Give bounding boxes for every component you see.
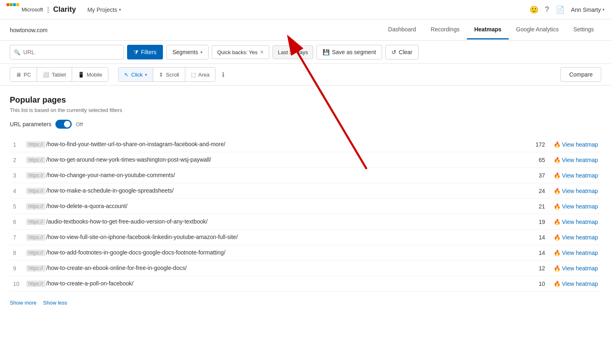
table-row: 6 https:///audio-textbooks-how-to-get-fr… — [10, 214, 601, 230]
scroll-icon: ⇕ — [159, 72, 163, 78]
emoji-icon[interactable]: 🙂 — [530, 5, 538, 14]
user-name-label: Ann Smarty — [571, 7, 601, 13]
heatmap-flame-icon: 🔥 — [554, 172, 560, 179]
my-projects-label: My Projects — [87, 7, 117, 13]
view-heatmap-link[interactable]: 🔥 View heatmap — [552, 203, 598, 210]
pipe-separator: | — [47, 5, 49, 14]
device-pc-button[interactable]: 🖥 PC — [10, 68, 37, 81]
row-count: 14 — [516, 230, 548, 245]
url-search-input[interactable] — [10, 45, 124, 59]
view-heatmap-link[interactable]: 🔥 View heatmap — [552, 172, 598, 179]
row-link[interactable]: 🔥 View heatmap — [548, 214, 601, 230]
view-heatmap-link[interactable]: 🔥 View heatmap — [552, 265, 598, 272]
row-url: https:///how-to-view-full-site-on-iphone… — [23, 230, 516, 245]
site-name: howtonow.com — [10, 27, 381, 33]
my-projects-menu[interactable]: My Projects ▾ — [87, 7, 121, 13]
row-number: 6 — [10, 214, 23, 230]
url-domain: https:// — [26, 265, 46, 272]
view-heatmap-link[interactable]: 🔥 View heatmap — [552, 141, 598, 148]
device-type-bar: 🖥 PC ⬜ Tablet 📱 Mobile ↖ Click ▾ ⇕ Scrol… — [0, 64, 611, 86]
row-number: 2 — [10, 152, 23, 168]
save-segment-label: Save as segment — [332, 49, 376, 55]
segments-button[interactable]: Segments ▾ — [166, 45, 209, 59]
compare-button[interactable]: Compare — [560, 67, 601, 82]
save-icon: 💾 — [323, 49, 330, 55]
info-icon[interactable]: ℹ — [222, 71, 224, 79]
view-heatmap-link[interactable]: 🔥 View heatmap — [552, 250, 598, 256]
row-number: 7 — [10, 230, 23, 245]
search-icon: 🔍 — [14, 49, 20, 55]
row-link[interactable]: 🔥 View heatmap — [548, 183, 601, 199]
chevron-down-icon: ▾ — [119, 7, 121, 12]
nav-heatmaps[interactable]: Heatmaps — [467, 20, 509, 39]
heatmap-flame-icon: 🔥 — [554, 141, 560, 148]
heatmap-type-group: ↖ Click ▾ ⇕ Scroll ⬚ Area — [118, 67, 215, 82]
save-segment-button[interactable]: 💾 Save as segment — [316, 45, 382, 59]
top-navigation: Microsoft | Clarity My Projects ▾ 🙂 ? 📄 … — [0, 0, 611, 20]
url-domain: https:// — [26, 141, 46, 148]
row-number: 1 — [10, 137, 23, 152]
table-row: 2 https:///how-to-get-around-new-york-ti… — [10, 152, 601, 168]
pc-icon: 🖥 — [16, 72, 21, 78]
type-area-button[interactable]: ⬚ Area — [185, 68, 215, 81]
clear-button[interactable]: ↺ Clear — [385, 45, 418, 59]
filters-button[interactable]: ⧩ Filters — [127, 45, 163, 59]
footer-links: Show more Show less — [10, 300, 601, 306]
quick-backs-close-icon[interactable]: ✕ — [260, 49, 264, 55]
brand-name: Clarity — [53, 5, 76, 14]
section-subtitle: This list is based on the currently sele… — [10, 107, 601, 113]
row-link[interactable]: 🔥 View heatmap — [548, 261, 601, 276]
row-link[interactable]: 🔥 View heatmap — [548, 137, 601, 152]
view-heatmap-link[interactable]: 🔥 View heatmap — [552, 234, 598, 241]
nav-recordings[interactable]: Recordings — [423, 20, 467, 39]
view-heatmap-link[interactable]: 🔥 View heatmap — [552, 188, 598, 194]
date-range-chip[interactable]: Last 30 days — [273, 45, 313, 59]
microsoft-logo: Microsoft | Clarity — [7, 3, 76, 16]
document-icon[interactable]: 📄 — [556, 5, 565, 14]
row-url: https:///audio-textbooks-how-to-get-free… — [23, 214, 516, 230]
heatmap-flame-icon: 🔥 — [554, 157, 560, 163]
row-url: https:///how-to-get-around-new-york-time… — [23, 152, 516, 168]
row-link[interactable]: 🔥 View heatmap — [548, 276, 601, 292]
nav-settings[interactable]: Settings — [566, 20, 601, 39]
device-mobile-button[interactable]: 📱 Mobile — [72, 68, 108, 81]
row-number: 10 — [10, 276, 23, 292]
show-more-link[interactable]: Show more — [10, 300, 37, 306]
nav-dashboard[interactable]: Dashboard — [381, 20, 424, 39]
device-tablet-button[interactable]: ⬜ Tablet — [37, 68, 72, 81]
row-link[interactable]: 🔥 View heatmap — [548, 245, 601, 261]
url-domain: https:// — [26, 250, 46, 256]
row-number: 4 — [10, 183, 23, 199]
quick-backs-label: Quick backs: Yes — [217, 49, 257, 55]
quick-backs-chip[interactable]: Quick backs: Yes ✕ — [212, 45, 269, 59]
toggle-slider — [55, 120, 72, 129]
row-link[interactable]: 🔥 View heatmap — [548, 152, 601, 168]
row-count: 12 — [516, 261, 548, 276]
row-url: https:///how-to-create-a-poll-on-faceboo… — [23, 276, 516, 292]
type-scroll-button[interactable]: ⇕ Scroll — [153, 68, 185, 81]
row-link[interactable]: 🔥 View heatmap — [548, 199, 601, 214]
table-row: 5 https:///how-to-delete-a-quora-account… — [10, 199, 601, 214]
row-number: 8 — [10, 245, 23, 261]
segments-chevron-icon: ▾ — [200, 50, 202, 55]
heatmap-flame-icon: 🔥 — [554, 188, 560, 194]
type-click-button[interactable]: ↖ Click ▾ — [119, 68, 153, 81]
row-link[interactable]: 🔥 View heatmap — [548, 230, 601, 245]
table-row: 8 https:///how-to-add-footnotes-in-googl… — [10, 245, 601, 261]
view-heatmap-link[interactable]: 🔥 View heatmap — [552, 157, 598, 163]
ms-label: Microsoft — [22, 7, 43, 13]
row-url: https:///how-to-change-your-name-on-yout… — [23, 168, 516, 183]
view-heatmap-link[interactable]: 🔥 View heatmap — [552, 219, 598, 225]
nav-google-analytics[interactable]: Google Analytics — [509, 20, 566, 39]
help-icon[interactable]: ? — [545, 5, 549, 14]
click-chevron-icon: ▾ — [145, 72, 147, 77]
show-less-link[interactable]: Show less — [43, 300, 67, 306]
row-count: 37 — [516, 168, 548, 183]
view-heatmap-link[interactable]: 🔥 View heatmap — [552, 281, 598, 287]
user-menu[interactable]: Ann Smarty ▾ — [571, 7, 604, 13]
row-count: 172 — [516, 137, 548, 152]
click-icon: ↖ — [124, 72, 129, 78]
table-row: 7 https:///how-to-view-full-site-on-ipho… — [10, 230, 601, 245]
row-link[interactable]: 🔥 View heatmap — [548, 168, 601, 183]
url-params-toggle[interactable] — [55, 120, 72, 129]
